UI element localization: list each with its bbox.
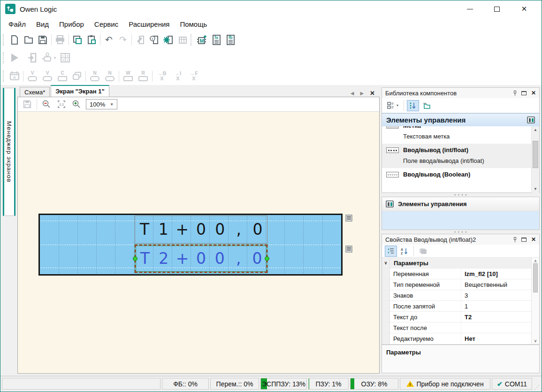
convert-to-float-button[interactable]: →FX: [186, 71, 202, 81]
save-screen-button[interactable]: [20, 97, 34, 111]
read-block-button[interactable]: R: [136, 71, 151, 81]
schedule-block-button[interactable]: A: [8, 69, 22, 83]
property-row[interactable]: Текст после: [382, 323, 531, 333]
screen-canvas[interactable]: T 1 + 0 0 , 0 T 2 +: [18, 112, 379, 373]
scroll-up-icon[interactable]: ∧: [534, 259, 537, 263]
list-item-io-intfloat[interactable]: Ввод/вывод (int/float) Поле ввода/вывода…: [382, 144, 531, 168]
save-button[interactable]: [36, 33, 50, 47]
io-field-t2-selected[interactable]: T 2 + 0 0 , 0: [135, 245, 267, 273]
toolbar-grip[interactable]: [3, 52, 5, 63]
network-output-button[interactable]: N: [102, 71, 117, 81]
controls-group-header[interactable]: Элементы управления: [382, 197, 539, 211]
sort-order-button[interactable]: [407, 100, 419, 111]
io-field-t1[interactable]: T 1 + 0 0 , 0: [135, 215, 267, 244]
duplicate-block-button[interactable]: [70, 69, 84, 83]
zoom-reset-button[interactable]: 1:1: [54, 97, 69, 111]
categorized-view-button[interactable]: [385, 246, 397, 257]
close-panel-icon[interactable]: ✕: [531, 90, 536, 96]
toolbar-grip[interactable]: [191, 34, 193, 46]
properties-scrollbar[interactable]: ∧ ∨: [531, 258, 539, 344]
property-row[interactable]: После запятой1: [382, 301, 531, 312]
resize-handle-left[interactable]: [133, 256, 137, 261]
write-block-button[interactable]: W: [121, 71, 136, 81]
alphabetical-sort-button[interactable]: AZ: [398, 246, 411, 257]
menu-help[interactable]: Помощь: [175, 19, 212, 30]
close-button[interactable]: ✕: [517, 3, 531, 15]
list-item-label[interactable]: Метка Текстовая метка: [382, 126, 531, 144]
view-mode-button[interactable]: ▾: [385, 100, 401, 111]
property-row[interactable]: Текст доT2: [382, 312, 531, 323]
menu-service[interactable]: Сервис: [89, 19, 123, 30]
device-info-button[interactable]: i: [147, 33, 161, 47]
display-screen-block[interactable]: T 1 + 0 0 , 0 T 2 +: [38, 214, 343, 276]
property-row[interactable]: ПеременнаяIzm_fl2 [10]: [382, 269, 531, 279]
panel-splitter[interactable]: ▪ ▪ ▪ ▪: [382, 193, 540, 197]
q-block-button[interactable]: Q ▾: [39, 51, 58, 65]
toolbar-grip[interactable]: [3, 34, 5, 46]
panel-splitter[interactable]: ▪ ▪ ▪ ▪: [382, 230, 540, 234]
convert-to-int-button[interactable]: →IX: [170, 71, 186, 81]
pin-icon[interactable]: [513, 91, 517, 96]
output-variable-button[interactable]: V: [40, 71, 55, 81]
minimize-button[interactable]: [463, 3, 477, 15]
redo-button[interactable]: ↷: [116, 33, 130, 47]
maximize-button[interactable]: [490, 3, 504, 15]
constant-block-button[interactable]: C: [55, 71, 70, 81]
property-row[interactable]: Знаков3: [382, 290, 531, 301]
library-section-title[interactable]: Элементы управления: [386, 116, 466, 124]
folders-view-button[interactable]: [420, 100, 433, 111]
tab-scroll-right-icon[interactable]: ▶: [360, 91, 364, 96]
menu-extensions[interactable]: Расширения: [123, 19, 175, 30]
row1-variables-icon[interactable]: [345, 214, 353, 223]
network-input-button[interactable]: N: [87, 71, 102, 81]
maximize-panel-icon[interactable]: [521, 238, 527, 242]
property-row[interactable]: Тип переменнойВещественный: [382, 279, 531, 290]
io-grid-button[interactable]: 1234: [58, 51, 72, 65]
property-row[interactable]: РедактируемоНет: [382, 333, 531, 344]
menu-view[interactable]: Вид: [31, 19, 54, 30]
menu-file[interactable]: Файл: [3, 19, 31, 30]
scroll-down-icon[interactable]: ∨: [534, 338, 537, 343]
toolbar-grip[interactable]: [3, 70, 5, 82]
undo-button[interactable]: ↶: [102, 33, 116, 47]
resize-grip[interactable]: [533, 378, 540, 390]
library-scrollbar[interactable]: ▲ ▼: [531, 126, 539, 193]
collapse-chevron-icon[interactable]: ∨: [382, 258, 390, 268]
online-debug-button[interactable]: [25, 51, 39, 65]
tab-screen-1[interactable]: Экран "Экран 1": [51, 85, 109, 97]
resize-handle-right[interactable]: [265, 256, 269, 261]
fb-document-button[interactable]: fb: [223, 33, 237, 47]
property-group-row[interactable]: ∨ Параметры: [382, 258, 531, 269]
open-document-button[interactable]: [22, 33, 36, 47]
upload-to-device-button[interactable]: [133, 33, 147, 47]
document-tab-bar: Схема* Экран "Экран 1" ◀ ▶ ✕: [17, 85, 380, 97]
list-item-io-boolean[interactable]: Ввод/вывод (Boolean): [382, 168, 531, 183]
new-document-button[interactable]: [8, 33, 22, 47]
convert-to-bool-button[interactable]: →BX: [154, 71, 170, 81]
tab-scroll-left-icon[interactable]: ◀: [351, 91, 354, 96]
zoom-level-select[interactable]: 100% ▼: [86, 99, 117, 109]
zoom-in-button[interactable]: [69, 97, 84, 111]
screen-manager-tab[interactable]: Менеджер экранов: [3, 88, 15, 216]
row2-variables-icon[interactable]: [345, 245, 353, 254]
tab-close-icon[interactable]: ✕: [370, 90, 375, 97]
tab-schema[interactable]: Схема*: [20, 87, 50, 97]
events-view-button[interactable]: [417, 246, 429, 257]
close-panel-icon[interactable]: ✕: [531, 236, 536, 243]
start-simulation-button[interactable]: [8, 51, 22, 65]
menu-device[interactable]: Прибор: [54, 19, 89, 30]
scroll-down-icon[interactable]: ▼: [534, 186, 537, 192]
scroll-up-icon[interactable]: ▲: [534, 127, 537, 133]
variables-table-button[interactable]: [176, 33, 190, 47]
zoom-out-button[interactable]: [39, 97, 53, 111]
status-com-port[interactable]: ✔ COM11: [492, 378, 532, 390]
print-button[interactable]: [53, 33, 67, 47]
fx-document-button[interactable]: fx: [209, 33, 223, 47]
maximize-panel-icon[interactable]: [521, 91, 527, 95]
paste-button[interactable]: [84, 33, 99, 47]
input-variable-button[interactable]: V: [25, 71, 40, 81]
pin-icon[interactable]: [513, 237, 517, 242]
device-settings-button[interactable]: [161, 33, 176, 47]
copy-button[interactable]: [70, 33, 84, 47]
add-macro-button[interactable]: M: [195, 33, 209, 47]
